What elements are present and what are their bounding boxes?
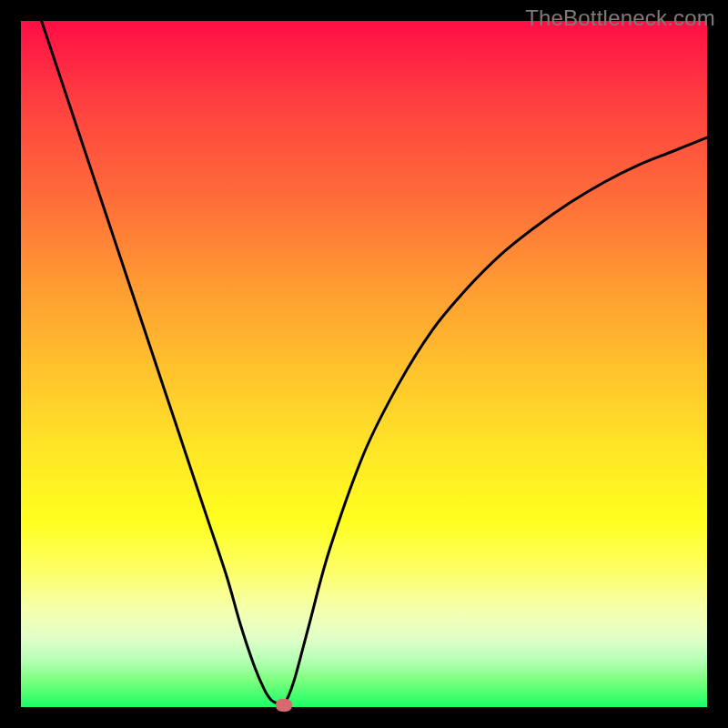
optimum-marker — [276, 699, 292, 712]
bottleneck-curve — [21, 21, 707, 707]
chart-frame: TheBottleneck.com — [0, 0, 728, 728]
plot-area — [21, 21, 707, 707]
watermark-text: TheBottleneck.com — [525, 5, 715, 31]
